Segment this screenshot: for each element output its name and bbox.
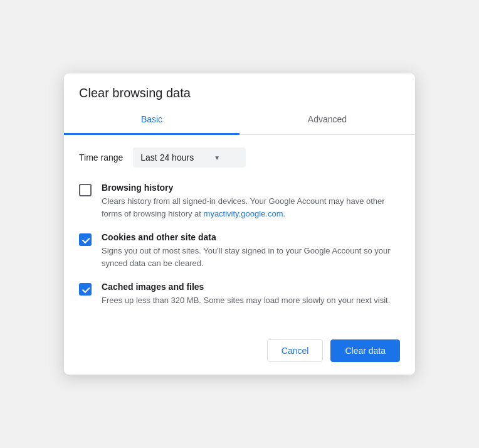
checkbox-cookies-desc: Signs you out of most sites. You'll stay… (102, 245, 400, 269)
time-range-select[interactable]: Last 24 hours ▼ (133, 147, 246, 168)
checkbox-cached-title: Cached images and files (102, 282, 400, 292)
checkbox-cookies-input[interactable] (79, 233, 92, 246)
time-range-value: Last 24 hours (140, 152, 194, 163)
checkbox-cached: Cached images and files Frees up less th… (79, 282, 400, 307)
checkbox-browsing-history-desc: Clears history from all signed-in device… (102, 195, 400, 220)
tab-basic[interactable]: Basic (64, 105, 239, 135)
checkbox-cached-input[interactable] (79, 283, 92, 296)
clear-browsing-data-dialog: Clear browsing data Basic Advanced Time … (64, 73, 415, 375)
checkbox-browsing-history-content: Browsing history Clears history from all… (102, 183, 400, 220)
dialog-title: Clear browsing data (64, 73, 415, 100)
checkbox-cookies-content: Cookies and other site data Signs you ou… (102, 232, 400, 269)
time-range-label: Time range (79, 152, 123, 163)
tab-advanced[interactable]: Advanced (239, 105, 415, 135)
checkbox-cached-content: Cached images and files Frees up less th… (102, 282, 400, 307)
checkbox-cookies-title: Cookies and other site data (102, 232, 400, 242)
tabs-bar: Basic Advanced (64, 105, 415, 135)
clear-data-button[interactable]: Clear data (330, 339, 400, 362)
myactivity-link[interactable]: myactivity.google.com (204, 209, 283, 218)
cancel-button[interactable]: Cancel (267, 339, 324, 362)
dialog-body: Time range Last 24 hours ▼ Browsing hist… (64, 135, 415, 324)
checkbox-browsing-history-title: Browsing history (102, 183, 400, 193)
dropdown-arrow-icon: ▼ (214, 154, 220, 161)
checkbox-cookies: Cookies and other site data Signs you ou… (79, 232, 400, 269)
checkbox-browsing-history-input[interactable] (79, 184, 92, 196)
time-range-row: Time range Last 24 hours ▼ (79, 147, 400, 168)
dialog-footer: Cancel Clear data (64, 329, 415, 375)
checkbox-cached-desc: Frees up less than 320 MB. Some sites ma… (102, 294, 400, 307)
checkbox-browsing-history: Browsing history Clears history from all… (79, 183, 400, 220)
